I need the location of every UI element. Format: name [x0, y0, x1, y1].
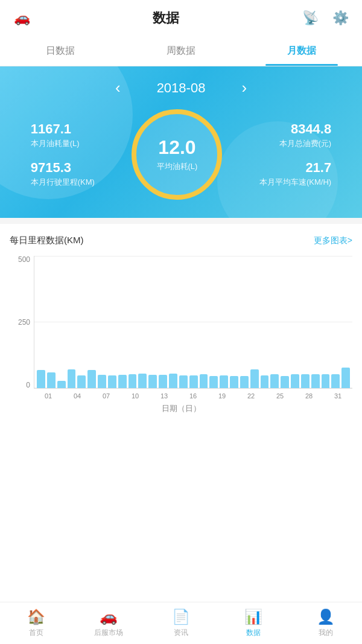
x-label-22: 22	[247, 392, 255, 400]
bar-3	[57, 381, 66, 388]
x-axis-title: 日期（日）	[10, 403, 352, 414]
prev-month-button[interactable]: ‹	[115, 78, 121, 97]
tab-monthly[interactable]: 月数据	[241, 36, 362, 66]
y-label-0: 0	[26, 381, 30, 389]
car-icon: 🚗	[12, 8, 31, 28]
bar-22	[250, 369, 259, 388]
nav-market-label: 后服市场	[94, 628, 123, 638]
avg-fuel-circle: 12.0 平均油耗(L)	[132, 109, 222, 200]
nav-profile[interactable]: 👤 我的	[290, 602, 362, 644]
bar-10	[129, 374, 137, 388]
bar-5	[77, 375, 86, 388]
bar-30	[331, 374, 340, 388]
nav-home-label: 首页	[29, 628, 43, 638]
bar-12	[148, 375, 157, 388]
bar-23	[261, 375, 269, 388]
page-title: 数据	[153, 9, 179, 27]
nav-data[interactable]: 📊 数据	[217, 602, 290, 644]
tab-weekly[interactable]: 周数据	[121, 36, 241, 66]
nav-news-label: 资讯	[174, 628, 188, 638]
y-label-500: 500	[18, 256, 30, 263]
x-label-04: 04	[74, 392, 81, 400]
x-label-28: 28	[305, 392, 313, 400]
next-month-button[interactable]: ›	[241, 78, 247, 97]
tab-bar: 日数据 周数据 月数据	[0, 36, 362, 66]
bar-26	[291, 374, 299, 388]
bottom-nav: 🏠 首页 🚗 后服市场 📄 资讯 📊 数据 👤 我的	[0, 602, 362, 644]
grid-line-top	[34, 256, 352, 257]
header: 🚗 数据 📡 ⚙️	[0, 0, 362, 36]
avg-speed-label: 本月平均车速(KM/H)	[259, 177, 331, 188]
bar-31	[341, 368, 350, 388]
x-labels: 0104071013161922252831	[34, 392, 352, 400]
stats-banner: ‹ 2018-08 › 1167.1 本月油耗量(L) 9715.3 本月行驶里…	[0, 66, 362, 218]
fuel-consumption-stat: 1167.1 本月油耗量(L)	[31, 121, 95, 149]
bar-13	[159, 375, 167, 388]
bar-8	[108, 375, 116, 388]
x-label-10: 10	[132, 392, 139, 400]
x-label-07: 07	[103, 392, 110, 400]
data-icon: 📊	[244, 608, 262, 625]
stats-left: 1167.1 本月油耗量(L) 9715.3 本月行驶里程(KM)	[31, 121, 95, 188]
bar-28	[311, 374, 320, 388]
mileage-stat: 9715.3 本月行驶里程(KM)	[31, 160, 95, 188]
home-icon: 🏠	[27, 608, 45, 625]
bars-wrapper	[34, 256, 352, 389]
fuel-cost-stat: 8344.8 本月总油费(元)	[259, 121, 331, 149]
bar-4	[68, 369, 76, 388]
bar-chart: 500 250 0 0104071013161922252831 日期（日）	[10, 256, 352, 425]
grid-line-mid	[34, 322, 352, 322]
x-label-01: 01	[45, 392, 52, 400]
chart-title: 每日里程数据(KM)	[10, 235, 84, 246]
mileage-label: 本月行驶里程(KM)	[31, 177, 95, 188]
bar-25	[281, 376, 289, 388]
stats-right: 8344.8 本月总油费(元) 21.7 本月平均车速(KM/H)	[259, 121, 331, 188]
nav-market[interactable]: 🚗 后服市场	[72, 602, 145, 644]
x-axis: 0104071013161922252831	[10, 392, 352, 400]
avg-speed-value: 21.7	[305, 160, 331, 176]
bar-27	[301, 374, 310, 388]
x-label-13: 13	[160, 392, 168, 400]
bar-20	[230, 376, 238, 388]
bar-14	[169, 374, 177, 388]
market-icon: 🚗	[100, 608, 118, 625]
bar-17	[200, 374, 208, 388]
x-label-19: 19	[218, 392, 226, 400]
bar-2	[47, 372, 56, 388]
bar-15	[179, 375, 188, 388]
fuel-consumption-value: 1167.1	[31, 121, 71, 137]
avg-fuel-value: 12.0	[158, 137, 195, 158]
nav-profile-label: 我的	[319, 628, 333, 638]
nav-news[interactable]: 📄 资讯	[145, 602, 217, 644]
fuel-cost-label: 本月总油费(元)	[279, 138, 332, 149]
stats-row: 1167.1 本月油耗量(L) 9715.3 本月行驶里程(KM) 12.0 平…	[0, 109, 362, 200]
bar-18	[209, 376, 218, 388]
nav-home[interactable]: 🏠 首页	[0, 602, 72, 644]
bar-16	[189, 375, 198, 388]
bar-11	[138, 374, 147, 388]
bar-21	[240, 376, 249, 388]
tab-daily[interactable]: 日数据	[0, 36, 121, 66]
grid-lines	[34, 256, 352, 388]
avg-speed-stat: 21.7 本月平均车速(KM/H)	[259, 160, 331, 188]
fuel-cost-value: 8344.8	[291, 121, 331, 137]
chart-header: 每日里程数据(KM) 更多图表>	[10, 235, 352, 246]
x-label-31: 31	[334, 392, 341, 400]
settings-icon[interactable]: ⚙️	[331, 8, 350, 28]
chart-section: 每日里程数据(KM) 更多图表> 500 250 0 010407101	[0, 224, 362, 602]
avg-fuel-label: 平均油耗(L)	[157, 161, 198, 172]
bar-7	[98, 375, 106, 388]
bar-1	[37, 370, 45, 388]
bar-19	[220, 375, 228, 388]
more-charts-button[interactable]: 更多图表>	[314, 235, 352, 246]
x-label-25: 25	[276, 392, 284, 400]
bluetooth-icon[interactable]: 📡	[300, 8, 320, 28]
mileage-value: 9715.3	[31, 160, 71, 176]
bar-29	[322, 374, 330, 388]
news-icon: 📄	[172, 608, 190, 625]
x-label-16: 16	[189, 392, 197, 400]
nav-data-label: 数据	[246, 628, 261, 638]
y-axis: 500 250 0	[10, 256, 34, 389]
bar-9	[118, 375, 127, 388]
y-label-250: 250	[18, 319, 30, 326]
